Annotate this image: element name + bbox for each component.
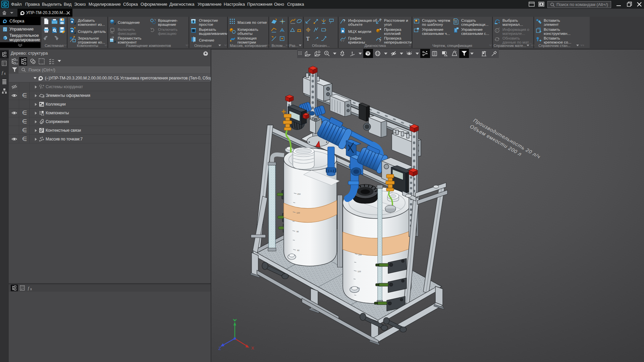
svg-text:T: T (306, 36, 310, 42)
svg-text:f: f (2, 70, 4, 75)
svg-text:120: 120 (358, 270, 361, 273)
svg-text:90: 90 (297, 231, 299, 233)
svg-text:?: ? (343, 19, 345, 23)
svg-text:≡: ≡ (453, 18, 455, 21)
svg-text:x: x (30, 287, 32, 291)
svg-text:?: ? (379, 39, 381, 43)
svg-text:150: 150 (297, 193, 301, 195)
svg-text:x: x (4, 72, 6, 75)
svg-text:150: 150 (358, 254, 362, 256)
svg-text:12: 12 (16, 63, 18, 65)
svg-text:?: ? (379, 18, 381, 22)
svg-text:60: 60 (297, 249, 300, 251)
svg-text:120: 120 (297, 212, 300, 214)
svg-text:f: f (28, 286, 30, 291)
svg-text:T: T (416, 20, 417, 22)
svg-text:11: 11 (16, 59, 18, 61)
svg-text:i: i (496, 29, 497, 33)
